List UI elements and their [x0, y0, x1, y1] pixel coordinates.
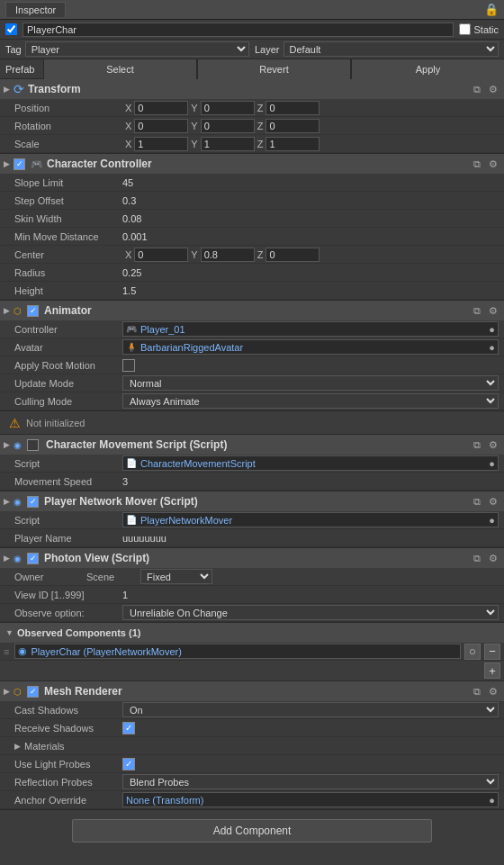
materials-row: ▶ Materials [0, 737, 504, 755]
receive-shadows-row: Receive Shadows ✓ [0, 719, 504, 737]
gear-icon[interactable]: ⚙ [486, 83, 500, 96]
cms-gear-icon[interactable]: ⚙ [486, 438, 500, 452]
mr-gear-icon[interactable]: ⚙ [486, 685, 500, 698]
add-component-button[interactable]: Add Component [72, 819, 432, 842]
player-name-row: Player Name uuuuuuuu [0, 529, 504, 547]
culling-mode-dropdown[interactable]: Always Animate Cull Update Transforms Cu… [122, 393, 499, 409]
observed-header[interactable]: ▼ Observed Components (1) [0, 623, 504, 643]
cms-header-icons: ⧉ ⚙ [471, 438, 500, 452]
anim-title: Animator [44, 304, 467, 317]
update-mode-dropdown[interactable]: Normal Animate Physics Unscaled Time [122, 375, 499, 391]
radius-row: Radius 0.25 [0, 264, 504, 282]
apply-root-motion-checkbox[interactable] [122, 359, 135, 372]
cms-script-text: CharacterMovementScript [140, 458, 256, 469]
cms-copy-icon[interactable]: ⧉ [471, 438, 483, 452]
slope-limit-label: Slope Limit [14, 177, 122, 188]
pv-copy-icon[interactable]: ⧉ [471, 552, 483, 565]
copy-icon[interactable]: ⧉ [471, 83, 483, 96]
prefab-select-button[interactable]: Select [43, 59, 197, 79]
prefab-apply-button[interactable]: Apply [351, 59, 504, 79]
cms-script-label: Script [14, 458, 122, 469]
transform-header[interactable]: ▶ ⟳ Transform ⧉ ⚙ [0, 79, 504, 99]
position-z-input[interactable] [266, 101, 320, 115]
pnm-gear-icon[interactable]: ⚙ [486, 495, 500, 509]
static-label: Static [473, 24, 499, 35]
prefab-revert-button[interactable]: Revert [197, 59, 351, 79]
cc-enabled-checkbox[interactable]: ✓ [14, 158, 25, 170]
anim-controller-value: 🎮 Player_01 ● [122, 321, 499, 337]
reflection-probes-dropdown[interactable]: Blend Probes Blend Probes (Simple) Simpl… [122, 774, 499, 789]
center-z-input[interactable] [266, 248, 320, 262]
pnm-enabled-checkbox[interactable]: ✓ [27, 496, 39, 508]
anim-copy-icon[interactable]: ⧉ [471, 304, 483, 318]
rotation-y-input[interactable] [201, 119, 255, 133]
center-row: Center X Y Z [0, 246, 504, 264]
tag-dropdown[interactable]: Player [25, 41, 249, 57]
pnm-header[interactable]: ▶ ◉ ✓ Player Network Mover (Script) ⧉ ⚙ [0, 491, 504, 511]
position-xyz-group: X Y Z [122, 101, 499, 115]
receive-shadows-checkbox[interactable]: ✓ [122, 722, 135, 734]
char-movement-header[interactable]: ▶ ◉ Character Movement Script (Script) ⧉… [0, 435, 504, 455]
mr-collapse-icon: ▶ [4, 687, 10, 696]
rotation-x-input[interactable] [134, 119, 188, 133]
radius-value: 0.25 [122, 267, 499, 278]
position-y-input[interactable] [201, 101, 255, 115]
animator-header[interactable]: ▶ ⬡ ✓ Animator ⧉ ⚙ [0, 301, 504, 320]
center-y-input[interactable] [201, 248, 255, 262]
photon-fixed-dropdown[interactable]: Fixed Scene Player [140, 569, 212, 584]
update-mode-label: Update Mode [14, 378, 122, 389]
anchor-override-text: None (Transform) [126, 795, 203, 806]
observe-option-dropdown[interactable]: Unreliable On Change Reliable Delta Comp… [122, 605, 499, 620]
observed-remove-button[interactable]: ○ [464, 644, 481, 660]
scale-x-input[interactable] [134, 137, 188, 151]
layer-dropdown[interactable]: Default [284, 41, 499, 57]
scale-y-input[interactable] [201, 137, 255, 151]
photon-scene-label: Scene [86, 572, 140, 582]
cms-script-row: Script 📄 CharacterMovementScript ● [0, 455, 504, 473]
cast-shadows-dropdown[interactable]: On Off Two Sided Shadows Only [122, 702, 499, 717]
cc-gear-icon[interactable]: ⚙ [486, 158, 500, 171]
lock-icon[interactable]: 🔒 [484, 3, 499, 16]
rotation-z-input[interactable] [266, 119, 320, 133]
mr-header[interactable]: ▶ ⬡ ✓ Mesh Renderer ⧉ ⚙ [0, 681, 504, 701]
cc-copy-icon[interactable]: ⧉ [471, 158, 483, 171]
static-checkbox[interactable] [459, 23, 471, 35]
not-initialized-bar: ⚠ Not initialized [0, 411, 504, 435]
pnm-copy-icon[interactable]: ⧉ [471, 495, 483, 509]
movement-speed-row: Movement Speed 3 [0, 473, 504, 491]
anim-controller-row: Controller 🎮 Player_01 ● [0, 320, 504, 338]
materials-collapse-icon[interactable]: ▶ [14, 742, 21, 751]
inspector-label: Inspector [15, 5, 56, 15]
pnm-header-icons: ⧉ ⚙ [471, 495, 500, 509]
observe-option-label: Observe option: [14, 608, 122, 618]
anim-enabled-checkbox[interactable]: ✓ [27, 305, 39, 317]
position-x-input[interactable] [134, 101, 188, 115]
mr-header-icons: ⧉ ⚙ [471, 685, 500, 698]
observed-minus-button[interactable]: − [484, 644, 500, 660]
mr-copy-icon[interactable]: ⧉ [471, 685, 483, 698]
mr-enabled-checkbox[interactable]: ✓ [27, 686, 39, 698]
cms-title: Character Movement Script (Script) [46, 438, 467, 451]
cc-header-icons: ⧉ ⚙ [471, 158, 500, 171]
transform-collapse-icon: ▶ [4, 85, 10, 94]
pv-gear-icon[interactable]: ⚙ [486, 552, 500, 565]
use-light-probes-checkbox[interactable]: ✓ [122, 758, 135, 770]
center-x-input[interactable] [134, 248, 188, 262]
cms-enabled-checkbox[interactable] [27, 439, 39, 451]
step-offset-value: 0.3 [122, 195, 499, 206]
character-controller-header[interactable]: ▶ ✓ 🎮 Character Controller ⧉ ⚙ [0, 154, 504, 174]
height-row: Height 1.5 [0, 282, 504, 300]
observed-plus-button[interactable]: + [484, 662, 500, 679]
anim-gear-icon[interactable]: ⚙ [486, 304, 500, 318]
transform-icon: ⟳ [14, 82, 24, 96]
view-id-value: 1 [122, 590, 499, 600]
object-name-input[interactable]: PlayerChar [22, 23, 454, 37]
height-value: 1.5 [122, 285, 499, 296]
prefab-label: Prefab [0, 64, 43, 75]
scale-z-input[interactable] [266, 137, 320, 151]
object-active-checkbox[interactable] [5, 23, 17, 35]
inspector-tab[interactable]: Inspector [5, 2, 66, 17]
pv-header[interactable]: ▶ ◉ ✓ Photon View (Script) ⧉ ⚙ [0, 548, 504, 568]
pv-enabled-checkbox[interactable]: ✓ [27, 553, 39, 564]
center-y-axis: Y [188, 249, 200, 260]
